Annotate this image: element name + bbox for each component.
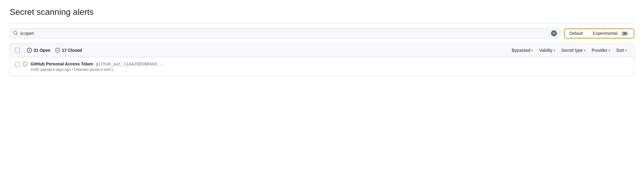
sort-chevron-icon: ▾ [625, 49, 627, 52]
alert-title-row: GitHub Personal Access Token github_pat_… [31, 61, 629, 66]
open-status-icon [27, 48, 32, 53]
search-icon [13, 31, 18, 36]
provider-filter-button[interactable]: Provider ▾ [589, 47, 612, 54]
alert-content: GitHub Personal Access Token github_pat_… [31, 61, 629, 72]
open-status-button[interactable]: 31 Open [27, 48, 50, 53]
validity-filter-button[interactable]: Validity ▾ [537, 47, 558, 54]
tab-default[interactable]: Default [565, 29, 588, 38]
select-all-checkbox[interactable] [15, 48, 20, 53]
alert-meta: #100 opened 8 days ago • Detected secret… [31, 68, 629, 72]
secret-type-chevron-icon: ▾ [584, 49, 585, 52]
closed-status-icon [55, 48, 60, 53]
bypassed-chevron-icon: ▾ [532, 49, 533, 52]
tab-experimental[interactable]: Experimental 38 [588, 29, 634, 38]
search-clear-button[interactable]: ✕ [551, 30, 557, 36]
sort-filter-button[interactable]: Sort ▾ [614, 47, 629, 54]
search-input[interactable] [20, 31, 548, 36]
validity-chevron-icon: ▾ [554, 49, 555, 52]
closed-count-label: 17 Closed [62, 48, 82, 53]
alert-item: GitHub Personal Access Token github_pat_… [10, 57, 634, 76]
alert-token: github_pat_11AA2QGSQ04XX... [96, 61, 165, 66]
bypassed-filter-button[interactable]: Bypassed ▾ [509, 47, 535, 54]
open-count-label: 31 Open [34, 48, 50, 53]
alert-secret-icon [23, 62, 28, 67]
alert-list: GitHub Personal Access Token github_pat_… [10, 57, 634, 76]
closed-status-button[interactable]: 17 Closed [55, 48, 82, 53]
alert-title[interactable]: GitHub Personal Access Token [31, 61, 93, 66]
alert-checkbox[interactable] [15, 62, 20, 67]
toolbar-filters: Bypassed ▾ Validity ▾ Secret type ▾ Prov… [509, 47, 629, 54]
toolbar-left: 31 Open 17 Closed [15, 48, 509, 53]
experimental-count-badge: 38 [621, 31, 629, 36]
select-all-wrapper [15, 48, 20, 53]
page-title: Secret scanning alerts [10, 7, 634, 17]
toolbar: 31 Open 17 Closed Bypassed ▾ Validity ▾ … [10, 43, 634, 57]
search-wrapper: ✕ [10, 28, 560, 38]
secret-type-filter-button[interactable]: Secret type ▾ [559, 47, 588, 54]
tab-group: Default Experimental 38 [564, 28, 634, 38]
provider-chevron-icon: ▾ [609, 49, 610, 52]
search-row: ✕ Default Experimental 38 [10, 28, 634, 38]
